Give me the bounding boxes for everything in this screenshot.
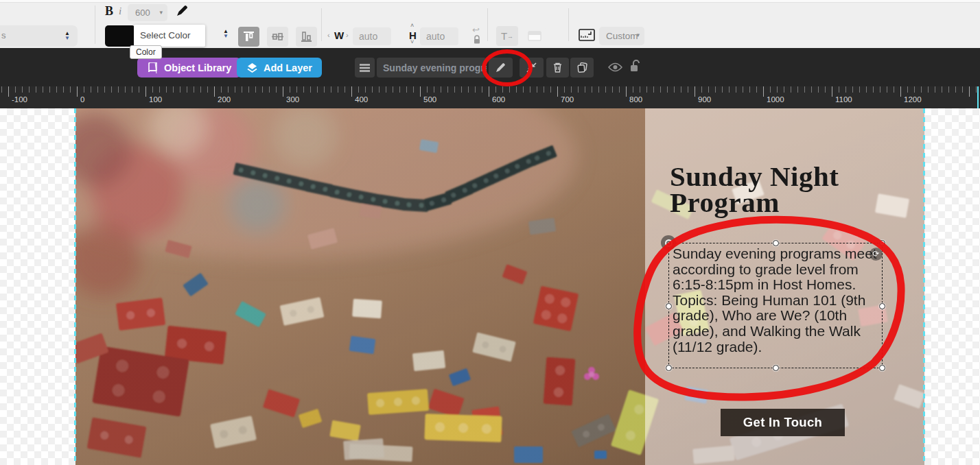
ruler-label: 200 (218, 95, 231, 104)
toggle-lock-button[interactable] (629, 60, 641, 75)
ruler-label: 800 (629, 95, 642, 104)
align-top-icon (243, 31, 255, 43)
divider (321, 8, 322, 41)
object-library-label: Object Library (164, 62, 231, 73)
ruler-label: 1200 (904, 95, 922, 104)
canvas-area: Sunday Night Program Sunday evening prog… (0, 108, 980, 465)
divider (568, 8, 569, 41)
ruler-label: 0 (80, 95, 84, 104)
artboard-margin-left (0, 108, 75, 465)
hamburger-icon (360, 64, 370, 72)
width-inc-icon[interactable]: › (346, 31, 349, 39)
font-family-select[interactable]: s ▲▼ (0, 25, 78, 47)
get-in-touch-button[interactable]: Get In Touch (721, 409, 845, 436)
ruler-label: 500 (423, 95, 436, 104)
order-stepper-icon[interactable]: ▲▼ (223, 29, 229, 38)
page-right-guide (923, 108, 925, 465)
layer-name-input[interactable] (377, 58, 487, 78)
red-annotation-circle (482, 49, 533, 86)
align-bottom-icon (301, 31, 312, 43)
ruler-label: 300 (286, 95, 299, 104)
height-dec-icon[interactable]: ˅ (410, 38, 414, 45)
book-icon (147, 62, 159, 73)
measure-icon[interactable] (579, 29, 595, 44)
font-weight-value: 600 (135, 8, 150, 18)
size-preset-value: Custom (606, 31, 638, 41)
height-input[interactable] (420, 27, 458, 45)
artboard-margin-right (924, 108, 980, 465)
horizontal-ruler[interactable]: -100010020030040050060070080090010001100… (0, 86, 980, 108)
eye-icon (608, 62, 622, 72)
font-weight-select[interactable]: 600 ▾ (128, 4, 167, 21)
delete-layer-button[interactable] (546, 58, 569, 78)
align-top-button[interactable] (238, 27, 259, 47)
height-inc-icon[interactable]: ˄ (410, 22, 414, 29)
hero-heading[interactable]: Sunday Night Program (670, 163, 896, 215)
align-middle-button[interactable] (267, 27, 288, 47)
ruler-label: 1000 (767, 95, 784, 104)
chevron-down-icon: ▾ (636, 32, 640, 38)
width-dec-icon[interactable]: ‹ (327, 31, 330, 39)
add-layer-label: Add Layer (264, 62, 312, 73)
align-bottom-button[interactable] (296, 27, 317, 47)
color-tooltip: Color (130, 45, 162, 59)
italic-button[interactable]: i (119, 5, 121, 17)
unlock-icon (629, 60, 641, 73)
layers-icon (246, 62, 258, 73)
resize-handle[interactable] (879, 303, 885, 309)
resize-handle[interactable] (773, 365, 779, 371)
edit-text-pencil-icon[interactable] (176, 5, 188, 20)
bold-button[interactable]: B (105, 4, 113, 19)
undo-icon[interactable]: ↩ (472, 25, 480, 35)
color-swatch[interactable] (105, 25, 135, 47)
text-tool-button[interactable]: T→ (496, 26, 518, 46)
rotate-handle-icon[interactable] (661, 235, 676, 250)
ruler-label: 900 (698, 95, 711, 104)
layer-menu-button[interactable] (355, 58, 375, 78)
divider (95, 5, 95, 44)
resize-handle[interactable] (666, 365, 672, 371)
text-tool-label: T (501, 30, 507, 42)
trash-icon (553, 62, 562, 73)
ruler-label: 600 (492, 95, 505, 104)
ruler-label: 400 (355, 95, 368, 104)
size-preset-select[interactable]: Custom ▾ (599, 27, 644, 45)
page-left-guide (74, 108, 76, 465)
width-label: W (334, 29, 344, 41)
design-editor-app: s ▲▼ B i 600 ▾ Select Color Color ▲▼ (0, 0, 980, 465)
object-library-button[interactable]: Object Library (137, 58, 241, 78)
lock-ratio-icon[interactable] (473, 35, 481, 47)
toggle-visibility-button[interactable] (608, 62, 622, 75)
duplicate-icon (577, 62, 587, 73)
divider (487, 8, 488, 41)
select-stepper-icon[interactable]: ▲▼ (65, 31, 70, 40)
arrow-right-icon: → (507, 33, 513, 40)
rotate-cw-handle-icon[interactable]: ⟳ (870, 248, 883, 261)
top-toolbar: s ▲▼ B i 600 ▾ Select Color Color ▲▼ (0, 0, 980, 48)
ruler-label: 100 (149, 95, 162, 104)
align-middle-icon (272, 31, 283, 43)
banner-tool-button[interactable] (524, 26, 546, 46)
ruler-label: 1100 (835, 95, 852, 104)
font-family-value: s (1, 30, 6, 40)
width-input[interactable] (353, 27, 391, 45)
chevron-down-icon: ▾ (159, 9, 163, 16)
resize-handle[interactable] (879, 240, 885, 246)
resize-handle[interactable] (879, 365, 885, 371)
web-page-preview[interactable]: Sunday Night Program Sunday evening prog… (75, 108, 924, 465)
hero-paragraph[interactable]: Sunday evening programs meet according t… (673, 246, 881, 355)
ruler-label: -100 (12, 95, 27, 104)
ruler-label: 700 (561, 95, 574, 104)
duplicate-layer-button[interactable] (570, 58, 594, 78)
resize-handle[interactable] (666, 303, 672, 309)
select-color-popup[interactable]: Select Color (134, 25, 205, 47)
guide-line-marker (977, 86, 979, 108)
banner-icon (528, 31, 541, 41)
add-layer-button[interactable]: Add Layer (237, 58, 322, 78)
ruler-major-ticks (0, 86, 980, 97)
selected-text-layer[interactable]: Sunday evening programs meet according t… (668, 243, 883, 368)
resize-handle[interactable] (773, 240, 779, 246)
